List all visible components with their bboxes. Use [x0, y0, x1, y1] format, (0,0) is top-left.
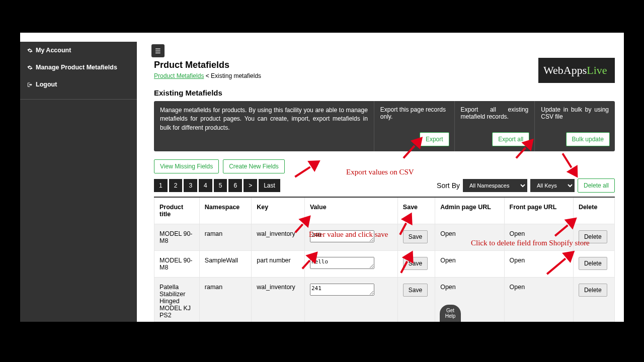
sidebar-item-label: My Account [36, 47, 71, 54]
cell-key: wal_inventory [252, 278, 305, 322]
delete-all-button[interactable]: Delete all [578, 178, 615, 193]
page-6[interactable]: 6 [228, 179, 242, 192]
cell-key: part number [252, 251, 305, 278]
menu-toggle-icon[interactable]: ☰ [151, 44, 165, 57]
bulk-update-button[interactable]: Bulk update [566, 132, 610, 146]
page-2[interactable]: 2 [169, 179, 183, 192]
save-button[interactable]: Save [403, 230, 428, 243]
th-save: Save [397, 197, 435, 224]
breadcrumb-link[interactable]: Product Metafields [154, 72, 204, 79]
page-last[interactable]: Last [259, 179, 280, 192]
breadcrumb-current: < Existing metafields [204, 72, 261, 79]
export-button[interactable]: Export [420, 132, 449, 146]
cell-key: wal_inventory [252, 224, 305, 251]
gear-icon [27, 48, 33, 53]
th-value: Value [304, 197, 397, 224]
th-front-url: Front page URL [504, 197, 573, 224]
cell-namespace: raman [199, 278, 252, 322]
logout-icon [27, 82, 33, 87]
page-5[interactable]: 5 [214, 179, 227, 192]
admin-url-link[interactable]: Open [440, 257, 456, 264]
value-input[interactable]: hello [310, 257, 374, 269]
save-button[interactable]: Save [403, 284, 428, 297]
cell-product-title: MODEL 90-M8 [154, 224, 200, 251]
cell-namespace: SampleWall [199, 251, 252, 278]
table-row: MODEL 90-M8 SampleWall part number hello… [154, 251, 615, 278]
cell-product-title: Patella Stabilizer Hinged MODEL KJ PS2 [154, 278, 200, 322]
section-title: Existing Metafields [154, 88, 615, 97]
panel-description: Manage metafields for products. By using… [154, 101, 374, 151]
view-missing-fields-button[interactable]: View Missing Fields [154, 159, 219, 173]
panel-export-all: Export all existing metafield records. E… [455, 101, 535, 151]
value-input[interactable]: 241 [310, 284, 374, 296]
cell-namespace: raman [199, 224, 252, 251]
page-4[interactable]: 4 [199, 179, 212, 192]
table-row: Patella Stabilizer Hinged MODEL KJ PS2 r… [154, 278, 615, 322]
sidebar: My Account Manage Product Metafields Log… [20, 42, 137, 322]
get-help-button[interactable]: GetHelp [440, 305, 461, 322]
sidebar-item-account[interactable]: My Account [20, 42, 137, 59]
gear-icon [27, 65, 33, 70]
delete-button[interactable]: Delete [579, 257, 607, 270]
sidebar-item-label: Manage Product Metafields [36, 64, 117, 71]
pagination: 1 2 3 4 5 6 > Last [154, 179, 280, 192]
front-url-link[interactable]: Open [510, 230, 525, 237]
panel-export: Export this page records only. Export [374, 101, 455, 151]
value-input[interactable]: 240 [310, 230, 374, 242]
th-delete: Delete [573, 197, 614, 224]
admin-url-link[interactable]: Open [440, 284, 456, 291]
sidebar-item-label: Logout [36, 81, 57, 88]
save-button[interactable]: Save [403, 257, 428, 270]
front-url-link[interactable]: Open [510, 257, 525, 264]
metafields-table: Product title Namespace Key Value Save A… [154, 197, 615, 322]
th-product-title: Product title [154, 197, 200, 224]
page-1[interactable]: 1 [154, 179, 168, 192]
logo: WebAppsLive [538, 58, 615, 83]
page-next[interactable]: > [244, 179, 257, 192]
delete-button[interactable]: Delete [579, 284, 607, 297]
sort-namespace-select[interactable]: All Namespaces [463, 179, 527, 192]
sort-label: Sort By [437, 182, 460, 190]
cell-product-title: MODEL 90-M8 [154, 251, 200, 278]
front-url-link[interactable]: Open [510, 284, 525, 291]
th-namespace: Namespace [199, 197, 252, 224]
export-all-button[interactable]: Export all [492, 132, 529, 146]
admin-url-link[interactable]: Open [440, 230, 456, 237]
sidebar-item-logout[interactable]: Logout [20, 76, 137, 93]
panel-bulk-update: Update in bulk by using CSV file Bulk up… [535, 101, 615, 151]
delete-button[interactable]: Delete [579, 230, 607, 243]
sidebar-item-metafields[interactable]: Manage Product Metafields [20, 59, 137, 76]
th-key: Key [252, 197, 305, 224]
page-3[interactable]: 3 [184, 179, 197, 192]
table-row: MODEL 90-M8 raman wal_inventory 240 Save… [154, 224, 615, 251]
create-new-fields-button[interactable]: Create New Fields [223, 159, 285, 173]
th-admin-url: Admin page URL [435, 197, 504, 224]
sort-key-select[interactable]: All Keys [530, 179, 575, 192]
